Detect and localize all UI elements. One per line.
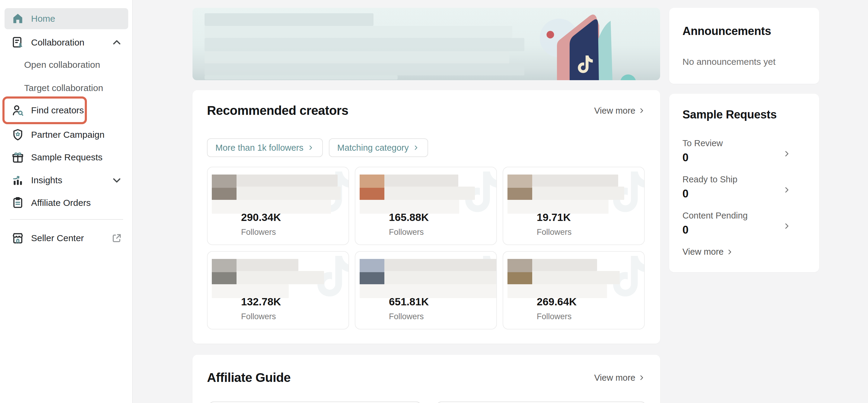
followers-label: Followers <box>537 228 572 237</box>
creator-name-blur <box>532 271 620 284</box>
sidebar-item-partner-campaign[interactable]: Partner Campaign <box>4 124 128 145</box>
creator-card[interactable]: 19.71KFollowers <box>503 167 645 245</box>
follower-count: 132.78K <box>241 296 281 308</box>
sidebar-item-label: Home <box>31 13 55 24</box>
sidebar-item-label: Collaboration <box>31 37 85 47</box>
sidebar-divider <box>10 219 123 220</box>
filter-chip-label: Matching category <box>337 143 409 153</box>
home-icon <box>11 12 25 25</box>
insights-icon <box>11 174 25 187</box>
sidebar-item-affiliate-orders[interactable]: Affiliate Orders <box>4 192 128 213</box>
request-row-label: Ready to Ship <box>682 174 807 184</box>
banner-blurred-text <box>205 63 524 75</box>
creator-name-blur <box>237 174 338 187</box>
follower-count: 290.34K <box>241 211 281 223</box>
sidebar-item-label: Partner Campaign <box>31 130 104 140</box>
sidebar-item-label: Find creators <box>31 105 84 115</box>
sidebar-item-sample-requests[interactable]: Sample Requests <box>4 147 128 168</box>
sample-request-row-to-review[interactable]: To Review 0 <box>682 138 807 170</box>
creator-name-blur <box>532 174 618 187</box>
creator-card[interactable]: 132.78KFollowers <box>207 251 349 330</box>
follower-count: 19.71K <box>537 211 571 223</box>
creator-name-blur <box>384 174 458 187</box>
guide-card[interactable] <box>209 402 421 403</box>
banner-blurred-text <box>205 51 509 63</box>
creator-card[interactable]: 269.64KFollowers <box>503 251 645 330</box>
followers-label: Followers <box>537 312 572 321</box>
affiliate-guide-section: Affiliate Guide View more <box>192 355 660 403</box>
creator-avatar-blur <box>507 259 532 284</box>
affiliate-guide-title: Affiliate Guide <box>207 370 290 385</box>
chevron-right-icon <box>782 149 792 158</box>
collaboration-icon <box>11 36 25 49</box>
guide-card[interactable] <box>437 402 646 403</box>
view-more-label: View more <box>594 106 636 116</box>
creator-card[interactable]: 651.81KFollowers <box>355 251 497 330</box>
sample-requests-icon <box>11 151 25 164</box>
creator-name-blur <box>384 187 475 200</box>
sample-request-row-ready-to-ship[interactable]: Ready to Ship 0 <box>682 174 807 206</box>
partner-campaign-icon <box>11 128 25 141</box>
creator-name-blur <box>237 187 341 200</box>
announcements-empty-text: No announcements yet <box>682 57 776 67</box>
chevron-right-icon <box>307 144 314 151</box>
followers-label: Followers <box>241 228 276 237</box>
seller-center-icon <box>11 232 25 245</box>
creator-avatar-blur <box>212 174 237 200</box>
creator-card[interactable]: 165.88KFollowers <box>355 167 497 245</box>
creator-avatar-blur <box>360 259 384 284</box>
followers-label: Followers <box>241 312 276 321</box>
followers-label: Followers <box>389 228 424 237</box>
view-more-label: View more <box>594 373 636 383</box>
request-row-label: To Review <box>682 138 807 148</box>
home-banner[interactable] <box>192 8 660 80</box>
sidebar-item-label: Sample Requests <box>31 152 102 163</box>
sidebar-item-open-collaboration[interactable]: Open collaboration <box>4 54 128 75</box>
filter-chip-label: More than 1k followers <box>215 143 304 153</box>
banner-blurred-text <box>205 75 398 79</box>
creator-name-blur <box>237 259 299 271</box>
chevron-right-icon <box>638 374 646 381</box>
sidebar-item-home[interactable]: Home <box>4 8 128 29</box>
announcements-panel: Announcements No announcements yet <box>669 8 819 84</box>
filter-chip-followers[interactable]: More than 1k followers <box>207 138 323 157</box>
sidebar-item-target-collaboration[interactable]: Target collaboration <box>4 77 128 99</box>
creator-name-blur <box>384 259 497 271</box>
followers-label: Followers <box>389 312 424 321</box>
sample-request-row-content-pending[interactable]: Content Pending 0 <box>682 211 807 242</box>
creator-avatar-blur <box>212 259 237 284</box>
affiliate-orders-icon <box>11 196 25 209</box>
sidebar-item-label: Open collaboration <box>24 60 100 70</box>
banner-blurred-text <box>205 13 373 26</box>
follower-count: 165.88K <box>389 211 429 223</box>
sidebar-item-collaboration[interactable]: Collaboration <box>4 32 128 53</box>
announcements-title: Announcements <box>682 25 771 38</box>
filter-chip-category[interactable]: Matching category <box>329 138 428 157</box>
sample-requests-view-more-link[interactable]: View more <box>682 247 734 257</box>
creator-name-blur <box>384 271 497 284</box>
sidebar-item-label: Affiliate Orders <box>31 198 91 208</box>
recommended-view-more-link[interactable]: View more <box>594 106 646 116</box>
recommended-creators-title: Recommended creators <box>207 103 348 118</box>
view-more-label: View more <box>682 247 723 257</box>
sidebar-item-insights[interactable]: Insights <box>4 170 128 191</box>
chevron-right-icon <box>412 144 420 151</box>
external-link-icon <box>111 232 123 244</box>
sidebar-item-find-creators[interactable]: Find creators <box>4 100 128 121</box>
sample-requests-panel: Sample Requests To Review 0 Ready to Shi… <box>669 94 819 272</box>
chevron-right-icon <box>782 222 792 231</box>
creator-card[interactable]: 290.34KFollowers <box>207 167 349 245</box>
sidebar-item-label: Target collaboration <box>24 83 103 93</box>
chevron-right-icon <box>782 186 792 194</box>
chevron-up-icon <box>111 36 123 48</box>
affiliate-guide-view-more-link[interactable]: View more <box>594 373 646 383</box>
sidebar-item-seller-center[interactable]: Seller Center <box>4 228 128 249</box>
sample-requests-title: Sample Requests <box>682 108 777 121</box>
creator-grid: 290.34KFollowers165.88KFollowers19.71KFo… <box>207 167 645 330</box>
recommended-creators-section: Recommended creators View more More than… <box>192 90 660 344</box>
sidebar-item-label: Insights <box>31 175 62 186</box>
banner-blurred-text <box>205 38 524 51</box>
creator-avatar-blur <box>360 174 384 200</box>
tiktok-illustration <box>533 8 660 80</box>
creator-name-blur <box>532 259 597 271</box>
